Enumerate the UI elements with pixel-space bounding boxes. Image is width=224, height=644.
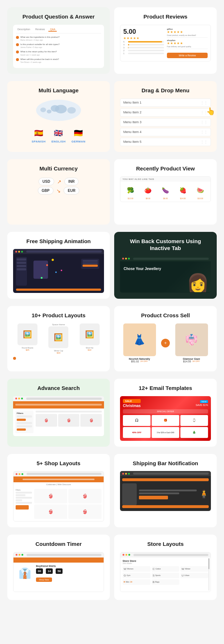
- bar-row-3: 3: [123, 47, 164, 49]
- store-item-3: W Winter: [180, 566, 208, 572]
- layout-price-1: $25: [26, 349, 29, 351]
- qa-meta-4: Tom Brown • 2 weeks ago: [20, 61, 59, 63]
- search-browser-bar: [13, 396, 104, 401]
- qa-dot: [16, 43, 19, 46]
- recent-header: YOU MAY ALSO LIKE THIS: [120, 177, 211, 182]
- qa-item-1: What are the ingredients in this product…: [16, 36, 101, 41]
- shop-sidebar: Filters: [16, 489, 32, 519]
- menu-item-4[interactable]: Menu Item 4 ⋮⋮: [120, 128, 211, 136]
- winback-content: Chose Your Jewellery 👩: [120, 261, 211, 292]
- menu-item-5[interactable]: Menu Item 5 ⋮⋮: [120, 138, 211, 146]
- search-result-1: 👙: [36, 414, 57, 427]
- review-item-2: shopfan ★★★★★ Fast delivery and good qua…: [167, 39, 208, 49]
- browser-dot-yellow: [125, 554, 127, 556]
- drag-icon-5: ⋮⋮: [200, 140, 208, 144]
- browser-dot-green: [128, 473, 130, 475]
- star-2: ★: [127, 36, 129, 40]
- card-winback-title: Win Back Customers Using Inactive Tab: [120, 238, 211, 252]
- qa-item-3: What is the return policy for this item?…: [16, 50, 101, 56]
- currency-inr: INR: [64, 178, 79, 185]
- card-multi-currency: Multi Currency USD ↗ INR GBP ↘ EUR: [7, 159, 110, 225]
- shipping-panel: [81, 259, 99, 269]
- store-grid: W Women C Cotton W Winter G: [123, 566, 208, 585]
- flag-english: 🇬🇧: [53, 127, 64, 139]
- search-content: Filters 👙 👙 👙: [13, 408, 104, 435]
- card-menu-title: Drag & Drop Menu: [141, 87, 189, 94]
- lang-flags: 🇪🇸 SPANISH 🇬🇧 ENGLISH 🇩🇪 GERMAN: [32, 127, 85, 143]
- drag-icon-4: ⋮⋮: [200, 130, 208, 134]
- menu-item-3[interactable]: Menu Item 3 ⋮⋮: [120, 118, 211, 126]
- flag-spanish: 🇪🇸: [33, 127, 44, 139]
- crosssell-price-1: $51.02: [131, 360, 139, 363]
- currency-row-2: GBP ↘ EUR: [38, 187, 80, 194]
- shipping-bar-body: 🧍: [122, 483, 209, 505]
- card-email-templates: 12+ Email Templates SALE Christmas NEW S…: [114, 379, 217, 447]
- recent-product-3: 🍆 $6.00: [157, 184, 173, 200]
- countdown-shop-btn[interactable]: Shop Now: [36, 577, 52, 582]
- shop-browser-bar: [13, 471, 104, 476]
- card-multi-language: Multi Language 🇪🇸 SPANISH: [7, 81, 110, 152]
- hand-cursor-icon: 👆: [206, 107, 215, 116]
- browser-dot-red: [122, 258, 124, 259]
- shop-product-1: 👙: [34, 489, 67, 503]
- store-scrollbar-thumb: [208, 558, 209, 569]
- shop-title-row: Celebrate | With Discount: [13, 482, 104, 487]
- reviews-left: 5.00 ★ ★ ★ ★ ★ 5 4: [123, 28, 164, 58]
- timer-colon-1: :: [44, 568, 45, 574]
- card-reviews-title: Product Reviews: [144, 13, 188, 20]
- timer-seconds: 58: [56, 568, 63, 574]
- card-currency-title: Multi Currency: [39, 165, 77, 172]
- recent-mock: YOU MAY ALSO LIKE THIS 🥦 $12.00 🍅 $8.00 …: [120, 176, 211, 202]
- product-price-2: $8.00: [146, 197, 151, 200]
- browser-dot-yellow: [125, 473, 127, 475]
- crosssell-price-2: $14.55: [183, 360, 191, 363]
- card-store-layouts: Store Layouts Store Store John Martin: [114, 535, 217, 600]
- browser-dot-red: [16, 554, 17, 556]
- reviewer-text-1: Great product, exactly as described!: [167, 34, 208, 36]
- qa-tab-desc[interactable]: Description: [16, 28, 32, 32]
- qa-item-2: Is this product suitable for all skin ty…: [16, 43, 101, 48]
- layout-img-1: 🖼️: [17, 323, 37, 345]
- drag-icon-3: ⋮⋮: [200, 120, 208, 124]
- store-item-7: M Men 14: [123, 579, 151, 585]
- browser-dot-red: [123, 554, 124, 556]
- write-review-button[interactable]: Write a Review: [167, 53, 208, 58]
- store-mock: Store Store John Martin W Women C Cotton: [120, 552, 211, 592]
- flag-german: 🇩🇪: [73, 127, 84, 139]
- bar-fill-5: [128, 41, 162, 43]
- email-product-6: 🎄: [180, 427, 208, 438]
- search-filter-title: Filters: [17, 412, 32, 414]
- shop-products: 👙 👙 👙 👙: [34, 489, 101, 519]
- countdown-product-name: Boyfriend Shirts: [36, 565, 101, 567]
- email-special-offer: SPECIAL OFFER: [123, 409, 208, 414]
- card-cross-sell: Product Cross Sell 👗 Nourish Naturally $…: [114, 306, 217, 371]
- email-christmas-label: Christmas: [123, 404, 141, 408]
- bar-row-1: 1: [123, 52, 164, 55]
- drag-icon-1: ⋮⋮: [200, 101, 208, 105]
- countdown-browser: [13, 552, 104, 558]
- card-shipping-bar-title: Shipping Bar Notification: [133, 460, 198, 467]
- lang-label-german: GERMAN: [71, 140, 85, 143]
- countdown-mock: 👔 Boyfriend Shirts 00 : 14 : 58 Shop Now: [13, 552, 104, 592]
- store-scrollbar-track: [208, 558, 209, 591]
- menu-item-2[interactable]: Menu Item 2 ⋮⋮: [120, 108, 211, 117]
- reviews-mock: 5.00 ★ ★ ★ ★ ★ 5 4: [120, 25, 211, 61]
- shipping-progress-bar: [16, 289, 101, 291]
- qa-question-3: What is the return policy for this item?: [20, 50, 57, 53]
- card-email-title: 12+ Email Templates: [139, 385, 192, 392]
- currency-diagram: USD ↗ INR GBP ↘ EUR: [13, 176, 104, 196]
- shipping-content: [13, 254, 104, 289]
- qa-tab-reviews[interactable]: Reviews: [34, 28, 46, 32]
- shipping-bar-browser: [120, 471, 211, 476]
- shop-content: Filters 👙 👙 👙 👙: [13, 487, 104, 521]
- qa-tab-active[interactable]: Q&A: [48, 28, 57, 32]
- product-price-1: $12.00: [128, 197, 133, 200]
- menu-item-1[interactable]: Menu Item 1 ⋮⋮: [120, 98, 211, 107]
- lang-item-english: 🇬🇧 ENGLISH: [51, 127, 65, 143]
- shop-filter-btn[interactable]: [16, 505, 29, 510]
- browser-dot-green: [128, 554, 130, 556]
- reviews-score: 5.00: [123, 28, 164, 36]
- card-drag-drop-menu: Drag & Drop Menu Menu Item 1 ⋮⋮ Menu Ite…: [114, 81, 217, 152]
- layout-price-2: $30: [57, 352, 60, 354]
- crosssell-plus-icon: +: [161, 339, 170, 347]
